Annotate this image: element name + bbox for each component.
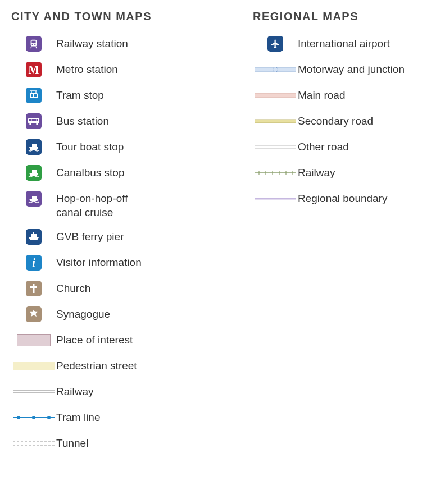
legend-row-main-road: Main road xyxy=(253,87,444,104)
legend-label: International airport xyxy=(298,35,390,51)
svg-rect-1 xyxy=(31,41,35,44)
secondary-road-line-icon xyxy=(255,116,296,127)
legend-label: Place of interest xyxy=(56,332,133,347)
main-road-line-icon xyxy=(255,90,296,101)
legend-row-pedestrian-street: Pedestrian street xyxy=(11,358,236,374)
legend-row-railway-city: Railway xyxy=(11,383,236,400)
other-road-line-icon xyxy=(255,141,296,153)
railway-line-icon xyxy=(13,386,55,397)
legend-label: Other road xyxy=(298,139,349,154)
tram-stop-icon xyxy=(26,88,42,103)
svg-point-2 xyxy=(32,44,33,45)
svg-point-25 xyxy=(32,416,35,419)
bus-station-icon xyxy=(26,113,42,129)
svg-rect-10 xyxy=(34,119,37,121)
legend-row-hop-on-hop-off: Hop-on-hop-off canal cruise xyxy=(11,190,236,219)
legend-row-tram-line: Tram line xyxy=(11,409,236,426)
synagogue-icon xyxy=(26,306,42,322)
svg-point-30 xyxy=(273,67,278,72)
pedestrian-swatch xyxy=(13,362,55,370)
legend-row-gvb-ferry: GVB ferry pier xyxy=(11,228,236,245)
legend-row-metro-station: M Metro station xyxy=(11,61,236,78)
railway-station-icon xyxy=(26,36,42,52)
legend-label: Regional boundary xyxy=(298,190,388,206)
legend-row-international-airport: International airport xyxy=(253,35,444,52)
legend-row-synagogue: Synagogue xyxy=(11,306,236,323)
tram-line-icon xyxy=(13,412,55,423)
svg-rect-19 xyxy=(33,284,35,293)
legend-label: Railway station xyxy=(56,35,128,51)
legend-row-tram-stop: Tram stop xyxy=(11,87,236,104)
legend-label: Tram line xyxy=(56,409,100,425)
svg-rect-11 xyxy=(37,119,39,121)
legend-label: Tunnel xyxy=(56,435,88,451)
legend-label: Motorway and junction xyxy=(298,61,405,77)
legend-label: GVB ferry pier xyxy=(56,228,124,244)
legend-label: Tour boat stop xyxy=(56,139,124,154)
svg-point-3 xyxy=(34,44,35,45)
legend-label: Visitor information xyxy=(56,254,142,270)
svg-rect-20 xyxy=(30,286,37,288)
legend-row-regional-boundary: Regional boundary xyxy=(253,190,444,207)
legend-label: Railway xyxy=(298,164,335,180)
legend-label: Hop-on-hop-off canal cruise xyxy=(56,190,152,219)
svg-rect-8 xyxy=(29,119,31,121)
regional-railway-line-icon xyxy=(255,167,296,178)
regional-maps-column: REGIONAL MAPS International airport Moto… xyxy=(253,10,444,494)
svg-point-24 xyxy=(17,416,20,419)
tunnel-line-icon xyxy=(13,438,55,449)
motorway-line-icon xyxy=(255,64,296,75)
svg-rect-16 xyxy=(32,196,37,199)
ferry-pier-icon xyxy=(26,229,42,245)
legend-label: Synagogue xyxy=(56,306,110,322)
airport-icon xyxy=(267,36,283,52)
svg-rect-15 xyxy=(32,170,37,173)
svg-rect-31 xyxy=(255,94,296,97)
church-icon xyxy=(26,281,42,296)
svg-rect-33 xyxy=(255,145,296,149)
legend-row-visitor-info: i Visitor information xyxy=(11,254,236,271)
tour-boat-icon xyxy=(26,139,42,155)
svg-rect-32 xyxy=(255,120,296,123)
svg-point-26 xyxy=(47,416,51,419)
legend-label: Secondary road xyxy=(298,113,373,129)
legend-row-church: Church xyxy=(11,280,236,297)
legend-row-secondary-road: Secondary road xyxy=(253,113,444,130)
poi-swatch xyxy=(17,334,51,346)
canal-cruise-icon xyxy=(26,191,42,207)
legend-row-railway-regional: Railway xyxy=(253,164,444,181)
city-maps-column: CITY AND TOWN MAPS Railway station M Met… xyxy=(11,10,236,494)
legend-label: Metro station xyxy=(56,61,118,77)
legend-label: Railway xyxy=(56,383,94,399)
legend-row-tour-boat-stop: Tour boat stop xyxy=(11,139,236,155)
regional-boundary-line-icon xyxy=(255,193,296,204)
svg-rect-9 xyxy=(32,119,34,121)
legend-label: Bus station xyxy=(56,113,109,129)
svg-rect-18 xyxy=(33,232,34,235)
legend-label: Main road xyxy=(298,87,346,103)
city-maps-heading: CITY AND TOWN MAPS xyxy=(11,10,236,23)
legend-label: Pedestrian street xyxy=(56,358,137,373)
regional-maps-heading: REGIONAL MAPS xyxy=(253,10,444,23)
legend-row-place-of-interest: Place of interest xyxy=(11,332,236,349)
metro-station-icon: M xyxy=(26,62,42,77)
legend-row-railway-station: Railway station xyxy=(11,35,236,52)
svg-rect-14 xyxy=(32,144,37,147)
legend-label: Tram stop xyxy=(56,87,104,103)
legend-row-other-road: Other road xyxy=(253,139,444,155)
svg-rect-5 xyxy=(31,94,33,97)
legend-row-motorway: Motorway and junction xyxy=(253,61,444,78)
legend-label: Canalbus stop xyxy=(56,164,124,180)
legend-label: Church xyxy=(56,280,90,296)
legend-row-canalbus-stop: Canalbus stop xyxy=(11,164,236,181)
legend-row-tunnel: Tunnel xyxy=(11,435,236,452)
svg-point-12 xyxy=(29,123,31,125)
info-icon: i xyxy=(26,255,42,271)
canalbus-icon xyxy=(26,165,42,181)
svg-point-13 xyxy=(36,123,38,125)
svg-rect-6 xyxy=(34,94,37,97)
legend-row-bus-station: Bus station xyxy=(11,113,236,130)
